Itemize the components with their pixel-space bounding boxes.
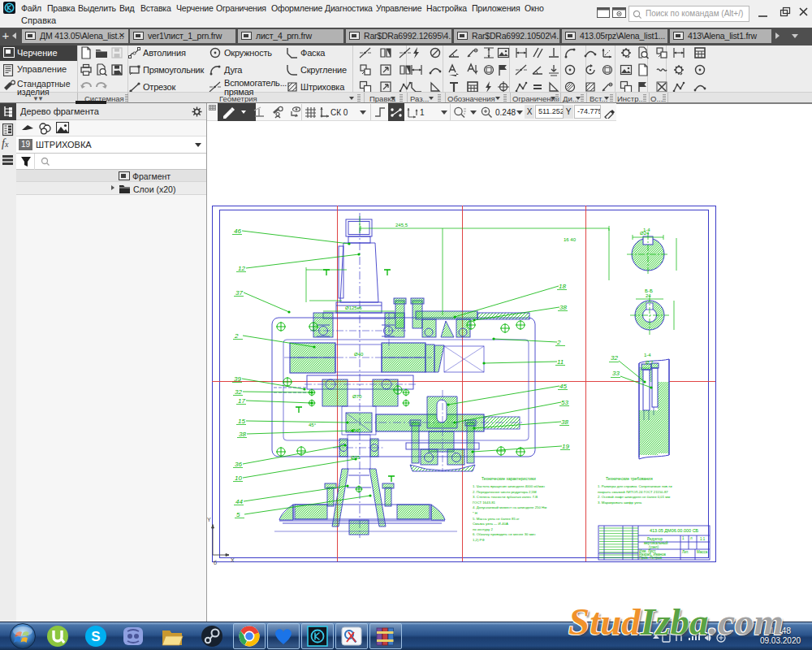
- svg-text:4. Допускаемый момент на шпинд: 4. Допускаемый момент на шпинделе 250 Нм: [473, 505, 546, 509]
- svg-text:17: 17: [238, 397, 245, 405]
- svg-text:46: 46: [234, 228, 241, 235]
- svg-text:38: 38: [239, 431, 246, 438]
- svg-text:16 40: 16 40: [564, 237, 577, 242]
- svg-text:* Н: * Н: [473, 511, 477, 515]
- svg-text:1:1: 1:1: [700, 537, 706, 541]
- svg-text:38: 38: [559, 304, 567, 311]
- svg-text:Ø125к6: Ø125к6: [345, 306, 362, 310]
- svg-text:X: X: [231, 557, 235, 563]
- svg-text:10: 10: [235, 474, 242, 482]
- svg-text:Смазка узла — И-40А: Смазка узла — И-40А: [473, 522, 508, 526]
- svg-text:Масса: Масса: [697, 550, 708, 554]
- svg-text:Ø,7: Ø,7: [646, 360, 654, 365]
- svg-text:1. Частота вращения шпинделя 4: 1. Частота вращения шпинделя 4000 об/мин: [473, 484, 546, 488]
- svg-text:2: 2: [556, 339, 561, 346]
- svg-text:Лит.: Лит.: [682, 550, 689, 554]
- svg-text:15: 15: [238, 418, 245, 425]
- svg-text:Пров. Петров: Пров. Петров: [639, 556, 663, 560]
- svg-text:б: б: [214, 560, 217, 566]
- svg-text:3. Маркировать шифр узла: 3. Маркировать шифр узла: [598, 500, 642, 505]
- svg-text:37: 37: [235, 289, 243, 297]
- svg-text:1: 1: [682, 536, 685, 540]
- svg-text:33: 33: [612, 370, 620, 377]
- svg-text:2. Передаточное число редуктор: 2. Передаточное число редуктора 2,5М: [473, 490, 537, 494]
- svg-text:Ø40: Ø40: [354, 352, 364, 357]
- svg-text:32: 32: [611, 354, 618, 362]
- svg-text:39: 39: [234, 375, 241, 383]
- svg-text:Ø45: Ø45: [352, 428, 361, 433]
- svg-text:413.05 ДМ06.00.000 СБ: 413.05 ДМ06.00.000 СБ: [650, 528, 699, 533]
- svg-text:Б-Б: Б-Б: [645, 288, 653, 293]
- svg-text:3. Степень точности зубчатых к: 3. Степень точности зубчатых колес 7-В: [473, 495, 538, 499]
- svg-text:6. Обкатку проводить не менее: 6. Обкатку проводить не менее 30 мин: [473, 532, 536, 536]
- svg-text:5: 5: [236, 511, 240, 518]
- svg-text:19: 19: [562, 443, 569, 450]
- svg-text:ГОСТ 1643-81: ГОСТ 1643-81: [473, 500, 496, 505]
- svg-text:45: 45: [559, 383, 567, 390]
- svg-text:по контуру 2: по контуру 2: [473, 527, 493, 531]
- svg-text:Ø35: Ø35: [351, 455, 361, 460]
- svg-text:32: 32: [235, 388, 242, 396]
- svg-text:36: 36: [235, 461, 242, 468]
- svg-text:245,5: 245,5: [395, 223, 408, 228]
- svg-text:S: S: [91, 629, 100, 644]
- svg-text:5. Масса узла не более 85 кг: 5. Масса узла не более 85 кг: [473, 517, 520, 521]
- svg-text:2. Осевой люфт шпинделя не бол: 2. Осевой люфт шпинделя не более 0,01 мм: [598, 495, 670, 499]
- svg-text:Y: Y: [207, 517, 211, 522]
- svg-text:Ø70: Ø70: [352, 394, 362, 399]
- svg-text:12: 12: [238, 265, 245, 272]
- svg-text:Технические требования: Технические требования: [606, 476, 653, 481]
- svg-text:38: 38: [561, 418, 568, 426]
- svg-text:53: 53: [561, 399, 568, 406]
- svg-text:18: 18: [559, 283, 566, 290]
- svg-text:1. Размеры для справок. Сопряг: 1. Размеры для справок. Сопрягаемые пов-…: [598, 484, 672, 488]
- svg-text:1,2) РФ: 1,2) РФ: [473, 538, 485, 542]
- svg-text:покрыть смазкой ЛИТОЛ-24 ГОСТ: покрыть смазкой ЛИТОЛ-24 ГОСТ 21150-87: [598, 490, 668, 494]
- svg-text:Технические характеристики: Технические характеристики: [482, 476, 536, 481]
- svg-text:1-4: 1-4: [644, 353, 651, 358]
- svg-text:44: 44: [235, 498, 243, 505]
- svg-text:2: 2: [234, 332, 239, 340]
- svg-text:45°: 45°: [309, 422, 317, 427]
- svg-text:11: 11: [557, 358, 564, 366]
- svg-text:л: л: [690, 536, 693, 540]
- svg-text:24: 24: [646, 293, 651, 298]
- svg-text:1-4: 1-4: [643, 228, 650, 232]
